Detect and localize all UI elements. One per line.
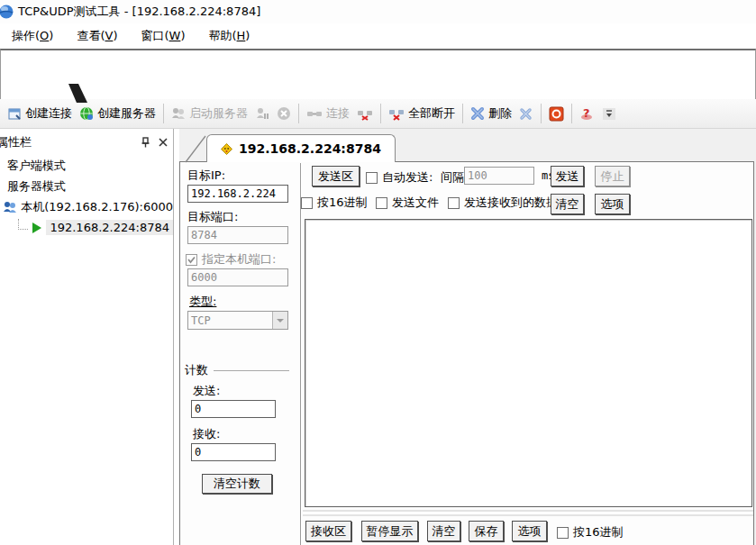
send-hex-checkbox[interactable]: 按16进制: [301, 195, 368, 211]
menu-view[interactable]: 查看(V): [65, 23, 129, 49]
pause-display-button[interactable]: 暂停显示: [361, 521, 418, 541]
receive-clear-button[interactable]: 清空: [427, 521, 460, 541]
target-port-label: 目标端口:: [187, 209, 238, 225]
clear-count-button[interactable]: 清空计数: [202, 474, 272, 494]
play-icon: [32, 223, 41, 233]
properties-panel: 属性栏 客户端模式 服务器模式 本机(192.168.2.176):6000: [0, 129, 174, 545]
toolbar-separator: [380, 104, 381, 123]
recv-count-input[interactable]: [191, 443, 276, 461]
interval-input[interactable]: [464, 167, 534, 185]
send-button[interactable]: 发送: [551, 166, 584, 186]
start-server-icon: [171, 106, 186, 121]
mdi-client-area: [0, 49, 756, 99]
tab-label: 192.168.2.224:8784: [239, 141, 381, 156]
disconnect-all-button[interactable]: 全部断开: [385, 103, 459, 124]
receive-hex-checkbox[interactable]: 按16进制: [557, 524, 624, 540]
svg-text:?: ?: [583, 106, 590, 120]
target-ip-input[interactable]: [187, 185, 288, 203]
chevron-down-icon: [606, 110, 613, 118]
delete-button[interactable]: 删除: [467, 103, 515, 124]
server-pause-button[interactable]: [251, 104, 273, 123]
delete-icon: [470, 106, 485, 121]
toolbar-separator: [541, 104, 542, 123]
toolbar-separator: [571, 104, 572, 123]
toolbar-separator: [462, 104, 463, 123]
app-globe-icon: [0, 5, 14, 19]
local-port-checkbox[interactable]: 指定本机端口:: [186, 251, 276, 268]
checkbox-box: [186, 254, 197, 266]
title-bar: TCP&UDP测试工具 - [192.168.2.224:8784]: [0, 0, 756, 23]
menu-window[interactable]: 窗口(W): [129, 23, 196, 49]
menu-help[interactable]: 帮助(H): [196, 23, 261, 49]
sent-count-label: 发送:: [193, 383, 220, 399]
properties-panel-title: 属性栏: [0, 134, 32, 150]
properties-panel-header: 属性栏: [0, 129, 173, 151]
connect-icon: [306, 106, 323, 121]
sent-count-input[interactable]: [191, 400, 276, 418]
toolbar-separator: [298, 104, 299, 123]
type-select-arrow: [272, 312, 287, 329]
send-textarea[interactable]: [305, 219, 752, 507]
checkbox-box: [301, 197, 313, 209]
toolbar: 创建连接 创建服务器 启动服务器: [0, 99, 756, 129]
recv-count-label: 接收:: [193, 426, 220, 442]
save-button[interactable]: 保存: [469, 521, 504, 541]
tree-item-server-mode[interactable]: 服务器模式: [0, 176, 173, 196]
close-icon[interactable]: [159, 138, 168, 147]
power-button[interactable]: [545, 104, 568, 124]
create-connection-button[interactable]: 创建连接: [4, 103, 76, 124]
send-zone-button[interactable]: 发送区: [312, 166, 360, 186]
interval-label: 间隔: [441, 169, 464, 186]
group-rule: [214, 370, 289, 371]
people-icon: [2, 200, 17, 214]
horizontal-splitter[interactable]: [303, 510, 753, 516]
checkbox-box: [366, 172, 378, 184]
checkbox-box: [557, 527, 569, 539]
auto-send-checkbox[interactable]: 自动发送:: [366, 169, 433, 186]
delete-all-icon: [519, 106, 533, 121]
send-clear-button[interactable]: 清空: [551, 194, 584, 214]
power-icon: [549, 106, 564, 122]
tree-item-local-host[interactable]: 本机(192.168.2.176):6000: [0, 196, 173, 217]
connection-tree: 客户端模式 服务器模式 本机(192.168.2.176):6000 192.1…: [0, 151, 173, 238]
tree-item-client-mode[interactable]: 客户端模式: [0, 155, 173, 176]
send-file-checkbox[interactable]: 发送文件: [376, 195, 439, 211]
tree-item-connection[interactable]: 192.168.2.224:8784: [0, 217, 173, 238]
target-ip-label: 目标IP:: [187, 168, 225, 184]
count-group: 计数: [185, 362, 289, 378]
receive-options-button[interactable]: 选项: [512, 521, 547, 541]
type-select-value: TCP: [188, 314, 272, 327]
disconnect-button[interactable]: [353, 104, 377, 123]
start-server-button[interactable]: 启动服务器: [168, 103, 251, 124]
create-server-icon: [79, 106, 94, 121]
help-button[interactable]: ?: [576, 104, 597, 123]
toolbar-overflow-button[interactable]: [603, 108, 615, 120]
disconnect-icon: [357, 106, 373, 121]
form-divider: [300, 163, 302, 545]
stop-button[interactable]: 停止: [595, 166, 630, 186]
delete-all-button[interactable]: [515, 104, 537, 123]
checkbox-box: [376, 197, 387, 209]
receive-zone-button[interactable]: 接收区: [305, 521, 351, 541]
create-connection-icon: [7, 106, 22, 121]
pin-icon[interactable]: [141, 137, 150, 148]
disconnect-all-icon: [388, 106, 405, 121]
create-server-button[interactable]: 创建服务器: [76, 103, 159, 124]
local-port-input[interactable]: [187, 268, 288, 286]
main-area: 192.168.2.224:8784 目标IP: 目标端口: 指定本机端口: 类…: [179, 129, 756, 545]
connect-button[interactable]: 连接: [303, 103, 353, 124]
help-icon: ?: [579, 106, 594, 121]
tab-connection[interactable]: 192.168.2.224:8784: [206, 134, 396, 162]
menu-bar: 操作(O) 查看(V) 窗口(W) 帮助(H): [0, 23, 756, 49]
send-received-checkbox[interactable]: 发送接收到的数据: [448, 195, 558, 211]
type-label: 类型:: [189, 294, 216, 310]
toolbar-separator: [163, 104, 164, 123]
tab-diamond-icon: [221, 143, 232, 155]
target-port-input[interactable]: [187, 226, 288, 244]
triangle-down-icon: [277, 319, 284, 322]
type-select[interactable]: TCP: [187, 311, 288, 330]
menu-operation[interactable]: 操作(O): [0, 23, 65, 49]
checkbox-box: [448, 197, 460, 209]
server-stop-button[interactable]: [273, 104, 295, 123]
send-options-button[interactable]: 选项: [595, 194, 630, 214]
